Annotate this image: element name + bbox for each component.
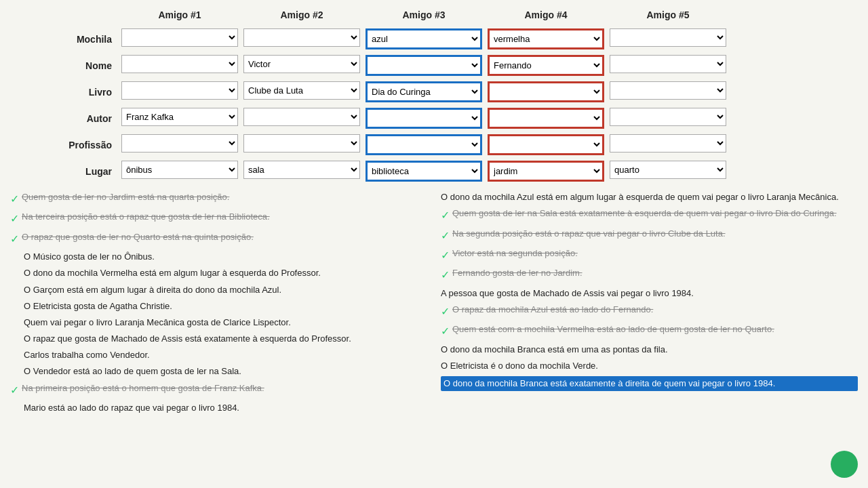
lugar-a4-cell[interactable]: jardim <box>485 159 607 183</box>
row-mochila-label: Mochila <box>10 27 119 51</box>
autor-a3-cell[interactable] <box>363 106 485 130</box>
autor-a3-select[interactable] <box>366 108 482 129</box>
profissao-a2-cell[interactable] <box>241 133 363 157</box>
mochila-a4-select[interactable]: vermelha <box>488 28 604 49</box>
clue-text-3: O rapaz que gosta de ler no Quarto está … <box>22 231 254 243</box>
clue-left-12: ✓ Na primeira posição está o homem que g… <box>10 382 427 398</box>
main-container: Amigo #1 Amigo #2 Amigo #3 Amigo #4 Amig… <box>0 0 868 488</box>
check-icon-r3: ✓ <box>441 228 450 243</box>
nome-a5-cell[interactable] <box>607 54 729 77</box>
profissao-a2-select[interactable] <box>243 134 360 152</box>
livro-a4-cell[interactable] <box>485 80 607 104</box>
mochila-a1-cell[interactable] <box>119 27 241 51</box>
clue-right-2: ✓ Quem gosta de ler na Sala está exatame… <box>441 207 858 223</box>
lugar-a5-select[interactable]: quarto <box>610 161 726 179</box>
clue-text-r10: O Eletricista é o dono da mochila Verde. <box>441 360 598 372</box>
nome-a1-select[interactable] <box>121 55 238 73</box>
profissao-a3-cell[interactable] <box>363 133 485 157</box>
lugar-a2-select[interactable]: sala <box>243 161 360 179</box>
clue-text-r11: O dono da mochila Branca está exatamente… <box>443 378 775 390</box>
livro-a4-select[interactable] <box>488 81 604 102</box>
profissao-a5-cell[interactable] <box>607 133 729 157</box>
clue-text-6: O Garçom está em algum lugar à direita d… <box>24 284 281 296</box>
nome-a4-select[interactable]: Fernando <box>488 55 604 76</box>
profissao-a1-select[interactable] <box>121 134 238 152</box>
clue-right-10: O Eletricista é o dono da mochila Verde. <box>441 360 858 372</box>
clue-left-9: O rapaz que gosta de Machado de Assis es… <box>24 333 427 345</box>
profissao-a5-select[interactable] <box>610 134 726 152</box>
col-amigo4: Amigo #4 <box>485 7 607 23</box>
clue-text-12: Na primeira posição está o homem que gos… <box>22 382 264 394</box>
profissao-a4-cell[interactable] <box>485 133 607 157</box>
profissao-a1-cell[interactable] <box>119 133 241 157</box>
lugar-a1-cell[interactable]: ônibus <box>119 159 241 183</box>
autor-a4-cell[interactable] <box>485 106 607 130</box>
autor-a4-select[interactable] <box>488 108 604 129</box>
lugar-a3-cell[interactable]: biblioteca <box>363 159 485 183</box>
mochila-a5-select[interactable] <box>610 28 726 47</box>
nome-a2-cell[interactable]: Victor <box>241 54 363 77</box>
autor-a5-cell[interactable] <box>607 106 729 130</box>
nome-a1-cell[interactable] <box>119 54 241 77</box>
lugar-a1-select[interactable]: ônibus <box>121 161 238 179</box>
clue-text-r7: O rapaz da mochila Azul está ao lado do … <box>452 304 653 316</box>
mochila-a3-cell[interactable]: azul <box>363 27 485 51</box>
clue-right-1: O dono da mochila Azul está em algum lug… <box>441 191 858 203</box>
nome-a3-select[interactable] <box>366 55 482 76</box>
row-lugar-label: Lugar <box>10 159 119 183</box>
profissao-a3-select[interactable] <box>366 134 482 155</box>
lugar-a4-select[interactable]: jardim <box>488 161 604 182</box>
livro-a3-cell[interactable]: Dia do Curinga <box>363 80 485 104</box>
autor-a2-select[interactable] <box>243 108 360 126</box>
clue-text-2: Na terceira posição está o rapaz que gos… <box>22 211 270 223</box>
livro-a5-select[interactable] <box>610 81 726 100</box>
lugar-a2-cell[interactable]: sala <box>241 159 363 183</box>
row-autor-label: Autor <box>10 106 119 130</box>
clue-left-7: O Eletricista gosta de Agatha Christie. <box>24 300 427 312</box>
row-profissao-label: Profissão <box>10 133 119 157</box>
clue-text-9: O rapaz que gosta de Machado de Assis es… <box>24 333 351 345</box>
clue-right-8: ✓ Quem está com a mochila Vermelha está … <box>441 323 858 339</box>
mochila-a4-cell[interactable]: vermelha <box>485 27 607 51</box>
clue-text-r2: Quem gosta de ler na Sala está exatament… <box>452 207 837 220</box>
mochila-a2-select[interactable] <box>243 28 360 47</box>
autor-a1-select[interactable]: Franz Kafka <box>121 108 238 126</box>
autor-a2-cell[interactable] <box>241 106 363 130</box>
profissao-a4-select[interactable] <box>488 134 604 155</box>
clue-text-5: O dono da mochila Vermelha está em algum… <box>24 267 321 279</box>
mochila-a3-select[interactable]: azul <box>366 28 482 49</box>
livro-a1-select[interactable] <box>121 81 238 100</box>
clue-text-7: O Eletricista gosta de Agatha Christie. <box>24 300 172 312</box>
mochila-a2-cell[interactable] <box>241 27 363 51</box>
clues-container: ✓ Quem gosta de ler no Jardim está na qu… <box>10 191 858 418</box>
check-icon-r4: ✓ <box>441 248 450 263</box>
mochila-a5-cell[interactable] <box>607 27 729 51</box>
nome-a3-cell[interactable] <box>363 54 485 77</box>
clue-right-5: ✓ Fernando gosta de ler no Jardim. <box>441 267 858 283</box>
clue-right-7: ✓ O rapaz da mochila Azul está ao lado d… <box>441 304 858 319</box>
livro-a1-cell[interactable] <box>119 80 241 104</box>
lugar-a5-cell[interactable]: quarto <box>607 159 729 183</box>
green-circle-button[interactable] <box>831 451 858 478</box>
clue-text-r6: A pessoa que gosta de Machado de Assis v… <box>441 287 694 300</box>
col-amigo1: Amigo #1 <box>119 7 241 23</box>
clue-text-r4: Victor está na segunda posição. <box>452 247 578 260</box>
autor-a5-select[interactable] <box>610 108 726 126</box>
clue-left-2: ✓ Na terceira posição está o rapaz que g… <box>10 211 427 226</box>
clue-text-r9: O dono da mochila Branca está em uma as … <box>441 344 668 356</box>
livro-a2-cell[interactable]: Clube da Luta <box>241 80 363 104</box>
livro-a5-cell[interactable] <box>607 80 729 104</box>
nome-a4-cell[interactable]: Fernando <box>485 54 607 77</box>
livro-a3-select[interactable]: Dia do Curinga <box>366 81 482 102</box>
autor-a1-cell[interactable]: Franz Kafka <box>119 106 241 130</box>
livro-a2-select[interactable]: Clube da Luta <box>243 81 360 100</box>
clue-left-4: O Músico gosta de ler no Ônibus. <box>24 251 427 263</box>
nome-a5-select[interactable] <box>610 55 726 73</box>
nome-a2-select[interactable]: Victor <box>243 55 360 73</box>
lugar-a3-select[interactable]: biblioteca <box>366 161 482 182</box>
col-amigo3: Amigo #3 <box>363 7 485 23</box>
clue-left-5: O dono da mochila Vermelha está em algum… <box>24 267 427 279</box>
mochila-a1-select[interactable] <box>121 28 238 47</box>
check-icon-3: ✓ <box>10 232 19 247</box>
check-icon-2: ✓ <box>10 211 19 226</box>
